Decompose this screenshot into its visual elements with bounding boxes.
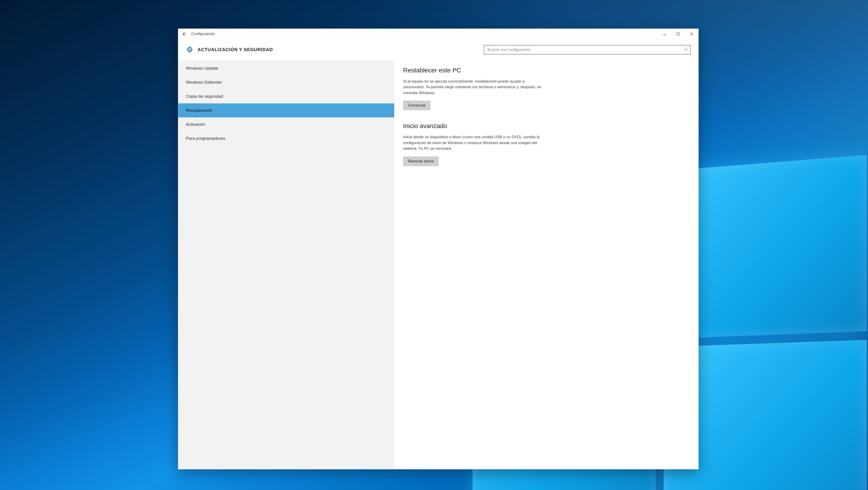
sidebar-item-label: Para programadores [186, 136, 225, 141]
restart-now-button[interactable]: Reiniciar ahora [403, 156, 438, 166]
advanced-startup-section: Inicio avanzado Inicia desde un disposit… [403, 122, 690, 166]
maximize-icon [677, 32, 680, 35]
close-button[interactable] [685, 29, 699, 39]
svg-rect-2 [677, 33, 680, 35]
sidebar-item-backup[interactable]: Copia de seguridad [178, 89, 394, 104]
category-header: ACTUALIZACIÓN Y SEGURIDAD [178, 39, 699, 60]
close-icon [690, 32, 693, 35]
svg-point-5 [189, 49, 191, 51]
section-heading: Inicio avanzado [403, 122, 690, 129]
sidebar-item-label: Recuperación [186, 108, 212, 113]
window-controls [658, 29, 699, 39]
category-title: ACTUALIZACIÓN Y SEGURIDAD [197, 47, 273, 52]
window-title: Configuración [190, 32, 215, 36]
sidebar-item-label: Windows Update [186, 66, 218, 70]
reset-pc-section: Restablecer este PC Si el equipo no se e… [403, 67, 690, 110]
sidebar: Windows Update Windows Defender Copia de… [178, 60, 394, 469]
section-description: Si el equipo no se ejecuta correctamente… [403, 79, 544, 96]
search-input[interactable] [484, 45, 691, 55]
settings-window: Configuración ACTUALIZACIÓN Y SEGU [178, 29, 699, 469]
gear-icon [186, 46, 193, 54]
sidebar-item-windows-update[interactable]: Windows Update [178, 61, 394, 75]
search-container [484, 45, 691, 55]
content-pane: Restablecer este PC Si el equipo no se e… [394, 60, 699, 469]
settings-body: Windows Update Windows Defender Copia de… [178, 60, 699, 469]
sidebar-item-windows-defender[interactable]: Windows Defender [178, 75, 394, 89]
arrow-left-icon [181, 31, 187, 37]
reset-pc-start-button[interactable]: Comenzar [403, 101, 430, 110]
sidebar-item-recovery[interactable]: Recuperación [178, 104, 394, 117]
sidebar-item-activation[interactable]: Activación [178, 117, 394, 132]
section-heading: Restablecer este PC [403, 67, 690, 74]
sidebar-item-label: Copia de seguridad [186, 94, 223, 98]
minimize-button[interactable] [658, 29, 671, 39]
section-description: Inicia desde un dispositivo o disco (com… [403, 134, 544, 151]
sidebar-item-label: Activación [186, 122, 206, 127]
maximize-button[interactable] [671, 29, 685, 39]
svg-rect-1 [663, 35, 666, 35]
titlebar: Configuración [178, 29, 699, 39]
minimize-icon [663, 32, 666, 35]
sidebar-item-label: Windows Defender [186, 80, 222, 85]
back-button[interactable] [178, 29, 190, 39]
sidebar-item-for-developers[interactable]: Para programadores [178, 132, 394, 145]
